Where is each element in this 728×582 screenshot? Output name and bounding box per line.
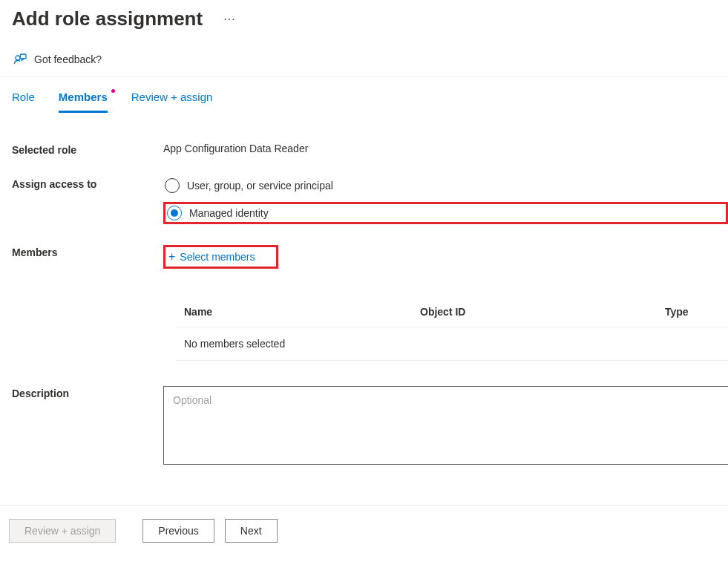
assign-access-label: Assign access to bbox=[12, 177, 163, 190]
selected-role-label: Selected role bbox=[12, 143, 163, 156]
tab-members[interactable]: Members bbox=[59, 91, 108, 113]
selected-role-value: App Configuration Data Reader bbox=[163, 143, 728, 154]
radio-circle-selected-icon bbox=[167, 206, 182, 220]
radio-dot-icon bbox=[171, 209, 178, 217]
tab-review-assign[interactable]: Review + assign bbox=[131, 91, 213, 113]
feedback-icon bbox=[13, 53, 27, 66]
select-members-text: Select members bbox=[180, 251, 255, 263]
tab-members-label: Members bbox=[59, 91, 108, 103]
tab-role[interactable]: Role bbox=[12, 91, 35, 113]
radio-circle-icon bbox=[165, 178, 180, 193]
more-icon[interactable]: ⋯ bbox=[223, 12, 237, 26]
next-button[interactable]: Next bbox=[225, 519, 278, 543]
radio-managed-identity[interactable]: Managed identity bbox=[165, 204, 705, 222]
radio-label: Managed identity bbox=[189, 207, 269, 219]
members-table: Name Object ID Type No members selected bbox=[175, 306, 728, 361]
column-object-id[interactable]: Object ID bbox=[420, 306, 665, 318]
plus-icon: + bbox=[168, 250, 175, 264]
svg-point-0 bbox=[16, 56, 20, 60]
review-assign-button: Review + assign bbox=[9, 519, 116, 543]
page-title: Add role assignment bbox=[12, 7, 203, 30]
feedback-text: Got feedback? bbox=[34, 53, 102, 65]
column-type[interactable]: Type bbox=[665, 306, 728, 318]
table-empty-row: No members selected bbox=[175, 327, 728, 361]
column-name[interactable]: Name bbox=[175, 306, 420, 318]
radio-label: User, group, or service principal bbox=[187, 180, 333, 192]
description-label: Description bbox=[12, 386, 163, 399]
assign-access-radio-group: User, group, or service principal Manage… bbox=[163, 177, 728, 224]
select-members-link[interactable]: + Select members bbox=[168, 250, 255, 264]
previous-button[interactable]: Previous bbox=[142, 519, 214, 543]
feedback-link[interactable]: Got feedback? bbox=[0, 45, 728, 77]
description-textarea[interactable] bbox=[163, 386, 728, 465]
footer-bar: Review + assign Previous Next bbox=[0, 505, 728, 552]
tab-indicator-dot bbox=[111, 89, 115, 93]
radio-user-group-service-principal[interactable]: User, group, or service principal bbox=[163, 177, 728, 194]
svg-rect-1 bbox=[21, 54, 27, 59]
tab-bar: Role Members Review + assign bbox=[0, 77, 728, 113]
table-header: Name Object ID Type bbox=[175, 306, 728, 327]
members-label: Members bbox=[12, 245, 163, 258]
